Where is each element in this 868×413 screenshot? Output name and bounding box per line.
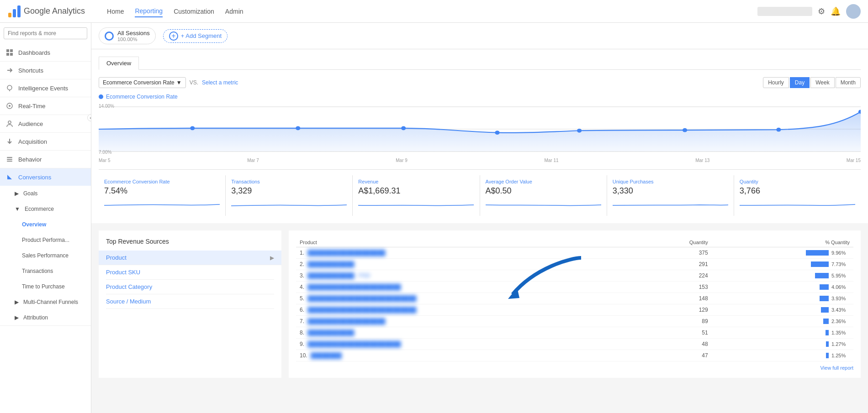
chart-x-labels: Mar 5 Mar 7 Mar 9 Mar 11 Mar 13 Mar 15 xyxy=(99,158,861,163)
product-name-4[interactable]: ████████████████████████████ xyxy=(307,295,416,302)
sidebar-item-ecommerce[interactable]: ▼ Ecommerce xyxy=(0,201,91,217)
google-analytics-logo-icon xyxy=(7,5,21,18)
acquisition-icon xyxy=(5,137,14,146)
qty-pct-3: 4.06% xyxy=(831,284,850,290)
metric-sparkline-4 xyxy=(613,199,728,212)
sidebar-overview-label: Overview xyxy=(22,221,46,228)
tab-overview[interactable]: Overview xyxy=(99,57,139,70)
select-metric-link[interactable]: Select a metric xyxy=(202,79,238,86)
qty-cell-4: 148 xyxy=(640,293,712,304)
metric-dropdown-label: Ecommerce Conversion Rate xyxy=(103,79,175,86)
nav-right: ⚙ 🔔 xyxy=(757,4,861,19)
sidebar-item-label-intelligence: Intelligence Events xyxy=(18,85,68,92)
chart-x-label-mar5: Mar 5 xyxy=(99,158,111,163)
revenue-source-source-medium[interactable]: Source / Medium xyxy=(106,294,274,309)
main-layout: Dashboards Shortcuts Intelligence Events xyxy=(0,23,868,413)
revenue-sources-title: Top Revenue Sources xyxy=(106,238,274,245)
sidebar-item-behavior[interactable]: Behavior xyxy=(0,151,91,168)
product-name-5[interactable]: ████████████████████████████ xyxy=(307,307,416,313)
qty-cell-6: 89 xyxy=(640,316,712,327)
metric-card-1: Transactions 3,329 xyxy=(226,175,353,216)
svg-point-23 xyxy=(776,128,781,132)
sidebar-attribution-label: Attribution xyxy=(23,314,48,321)
chart-x-label-mar15: Mar 15 xyxy=(847,158,861,163)
qty-bar-3 xyxy=(820,284,829,290)
pct-cell-9: 1.25% xyxy=(712,350,853,361)
metric-sparkline-3 xyxy=(486,199,601,212)
metric-value-3: A$0.50 xyxy=(486,186,601,196)
sidebar-item-sales-performance[interactable]: Sales Performance xyxy=(0,248,91,263)
metric-card-5: Quantity 3,766 xyxy=(734,175,861,216)
sidebar-item-time-to-purchase[interactable]: Time to Purchase xyxy=(0,279,91,294)
add-segment-button[interactable]: + + Add Segment xyxy=(163,29,228,43)
avatar[interactable] xyxy=(846,4,861,19)
metric-card-0: Ecommerce Conversion Rate 7.54% xyxy=(99,175,226,216)
metric-name-3: Average Order Value xyxy=(486,179,601,184)
time-btn-hourly[interactable]: Hourly xyxy=(763,77,789,88)
revenue-source-product[interactable]: Product ▶ xyxy=(99,251,281,265)
col-product: Product xyxy=(296,238,640,247)
sidebar-item-intelligence[interactable]: Intelligence Events xyxy=(0,79,91,97)
nav-home[interactable]: Home xyxy=(107,6,124,17)
sidebar-item-attribution[interactable]: ▶ Attribution xyxy=(0,310,91,325)
qty-bar-8 xyxy=(826,341,829,347)
nav-reporting[interactable]: Reporting xyxy=(135,5,163,17)
product-name-0[interactable]: ████████████████████ xyxy=(307,250,385,256)
all-sessions-segment[interactable]: All Sessions 100.00% xyxy=(99,27,156,44)
sidebar-item-realtime[interactable]: Real-Time xyxy=(0,97,91,115)
sidebar-item-audience[interactable]: Audience xyxy=(0,115,91,132)
sidebar-goals-toggle: ▶ xyxy=(15,190,19,197)
sidebar-time-to-purchase-label: Time to Purchase xyxy=(22,283,65,290)
settings-icon[interactable]: ⚙ xyxy=(818,6,825,16)
user-account-selector[interactable] xyxy=(757,7,812,16)
sidebar-item-transactions[interactable]: Transactions xyxy=(0,263,91,279)
sidebar-item-label-realtime: Real-Time xyxy=(18,103,45,110)
product-name-1[interactable]: ████████████ xyxy=(307,261,354,267)
svg-point-10 xyxy=(8,121,11,124)
nav-customization[interactable]: Customization xyxy=(174,6,214,17)
time-btn-week[interactable]: Week xyxy=(810,77,834,88)
pct-cell-5: 3.43% xyxy=(712,304,853,316)
source-label-category: Product Category xyxy=(106,283,274,290)
tab-row: Overview xyxy=(99,57,861,70)
product-name-3[interactable]: ████████████████████████ xyxy=(307,284,401,290)
table-row: 8. ████████████ 51 1.35% xyxy=(296,327,853,339)
product-name-9[interactable]: ████████ xyxy=(311,352,342,359)
product-name-2[interactable]: ████████████ · PSD xyxy=(307,272,370,279)
product-name-8[interactable]: ████████████████████████ xyxy=(307,341,401,347)
chart-x-label-mar11: Mar 11 xyxy=(544,158,558,163)
sidebar-section-acquisition: Acquisition xyxy=(0,133,91,151)
svg-point-21 xyxy=(577,129,582,133)
chart-dot-icon xyxy=(99,94,103,99)
revenue-source-product-category[interactable]: Product Category xyxy=(106,280,274,294)
chart-legend-label: Ecommerce Conversion Rate xyxy=(106,94,178,100)
revenue-source-product-sku[interactable]: Product SKU xyxy=(106,265,274,280)
sidebar-item-multi-channel[interactable]: ▶ Multi-Channel Funnels xyxy=(0,294,91,310)
notifications-icon[interactable]: 🔔 xyxy=(831,6,841,16)
svg-rect-5 xyxy=(6,53,9,56)
sidebar-item-conversions[interactable]: Conversions xyxy=(0,168,91,186)
nav-admin[interactable]: Admin xyxy=(225,6,243,17)
sidebar-item-label-acquisition: Acquisition xyxy=(18,138,47,145)
metric-value-4: 3,330 xyxy=(613,186,728,196)
time-btn-month[interactable]: Month xyxy=(836,77,861,88)
sidebar-item-shortcuts[interactable]: Shortcuts xyxy=(0,62,91,79)
svg-rect-0 xyxy=(8,13,11,17)
sidebar-item-acquisition[interactable]: Acquisition xyxy=(0,133,91,150)
view-full-report-link[interactable]: View full report xyxy=(296,361,853,371)
metric-dropdown[interactable]: Ecommerce Conversion Rate ▼ xyxy=(99,77,186,88)
sidebar-item-dashboards[interactable]: Dashboards xyxy=(0,44,91,61)
sidebar-collapse-button[interactable]: ◀ xyxy=(87,114,91,121)
sidebar-item-overview[interactable]: Overview xyxy=(0,217,91,232)
product-cell-7: 8. ████████████ xyxy=(296,327,640,339)
svg-rect-12 xyxy=(7,159,12,160)
sidebar-item-goals[interactable]: ▶ Goals xyxy=(0,186,91,201)
product-name-7[interactable]: ████████████ xyxy=(307,329,354,336)
time-btn-day[interactable]: Day xyxy=(790,77,810,88)
search-input[interactable] xyxy=(4,27,87,39)
metrics-row: Ecommerce Conversion Rate 7.54% Transact… xyxy=(99,169,861,216)
table-row: 2. ████████████ 291 7.73% xyxy=(296,259,853,270)
product-name-6[interactable]: ████████████████████ xyxy=(307,318,385,324)
sidebar-item-product-performance[interactable]: Product Performa... xyxy=(0,232,91,248)
qty-pct-8: 1.27% xyxy=(831,341,850,347)
